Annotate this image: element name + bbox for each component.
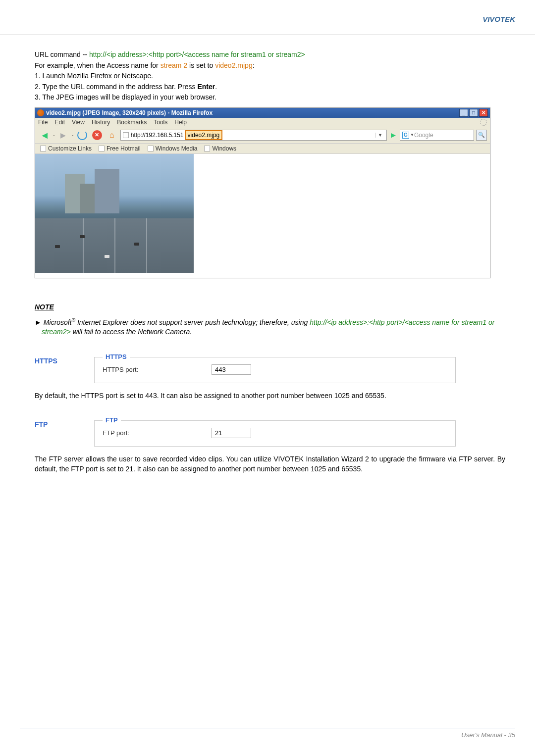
search-box[interactable]: G ▼ Google	[400, 130, 474, 141]
step3: 3. The JPEG images will be displayed in …	[35, 93, 505, 102]
bookmark-windows[interactable]: Windows	[204, 145, 236, 152]
ftp-row: FTP port:	[103, 428, 447, 438]
note-paragraph: ►Microsoft® Internet Explorer does not s…	[35, 317, 505, 337]
road	[35, 218, 194, 273]
home-button[interactable]: ⌂	[106, 129, 118, 141]
https-port-label: HTTPS port:	[103, 366, 212, 373]
titlebar: video2.mjpg (JPEG Image, 320x240 pixels)…	[35, 108, 490, 118]
menu-history[interactable]: History	[92, 119, 110, 126]
https-legend: HTTPS	[103, 353, 130, 360]
bookmark-winmedia[interactable]: Windows Media	[148, 145, 198, 152]
buildings	[65, 164, 124, 213]
step2c: .	[215, 83, 217, 91]
back-button[interactable]: ◀	[38, 129, 51, 141]
reload-icon	[77, 130, 87, 140]
page-footer: User's Manual - 35	[0, 728, 535, 739]
note-suffix: will fail to access the Network Camera.	[71, 328, 192, 336]
reload-button[interactable]	[76, 129, 89, 141]
window-title: video2.mjpg (JPEG Image, 320x240 pixels)…	[46, 109, 213, 116]
ftp-port-label: FTP port:	[103, 429, 212, 437]
step1: 1. Launch Mozilla Firefox or Netscape.	[35, 71, 505, 81]
url-command-line: URL command -- http://<ip address>:<http…	[35, 50, 505, 60]
minimize-button[interactable]: _	[459, 109, 468, 117]
menu-bookmarks[interactable]: Bookmarks	[117, 119, 147, 126]
bookmarks-toolbar: Customize Links Free Hotmail Windows Med…	[35, 144, 490, 154]
step2a: 2. Type the URL command in the address b…	[35, 83, 197, 91]
stop-icon: ✕	[92, 130, 102, 140]
example-line: For example, when the Access name for st…	[35, 61, 505, 71]
brand-text: VIVOTEK	[482, 15, 515, 23]
ftp-port-input[interactable]	[212, 428, 251, 438]
titlebar-left: video2.mjpg (JPEG Image, 320x240 pixels)…	[37, 109, 213, 116]
bookmark-icon	[204, 146, 210, 151]
stream-text: stream 2	[160, 61, 187, 69]
bookmark-customize[interactable]: Customize Links	[40, 145, 92, 152]
forward-button[interactable]: ▶	[57, 129, 70, 141]
note-prefix: Microsoft	[44, 318, 72, 326]
home-icon: ⌂	[109, 131, 114, 140]
note-mid: Internet Explorer does not support serve…	[75, 318, 310, 326]
url-text: http://192.168.5.151	[131, 132, 184, 139]
forward-icon: ▶	[60, 131, 66, 139]
search-button[interactable]: 🔍	[476, 130, 487, 141]
url-highlight: video2.mjpg	[185, 130, 223, 140]
address-bar[interactable]: http://192.168.5.151video2.mjpg ▼	[120, 130, 387, 141]
filename-text: video2.mjpg	[215, 61, 253, 69]
throbber-icon	[480, 119, 487, 126]
menu-view[interactable]: View	[72, 119, 85, 126]
menu-tools[interactable]: Tools	[154, 119, 167, 126]
nav-sep2: ·	[72, 131, 74, 139]
menubar-items: File Edit View History Bookmarks Tools H…	[38, 119, 187, 126]
ftp-config-box: FTP FTP port:	[94, 420, 456, 447]
page-content: URL command -- http://<ip address>:<http…	[0, 35, 535, 474]
https-config-box: HTTPS HTTPS port:	[94, 357, 456, 383]
menu-edit[interactable]: Edit	[54, 119, 65, 126]
google-icon: G	[402, 132, 409, 139]
go-button[interactable]: ▶	[389, 131, 398, 139]
bookmark-icon	[148, 146, 154, 151]
bookmark-icon	[99, 146, 105, 151]
step2: 2. Type the URL command in the address b…	[35, 82, 505, 92]
close-button[interactable]: ✕	[479, 109, 488, 117]
search-placeholder: Google	[414, 132, 472, 139]
maximize-button[interactable]: □	[469, 109, 478, 117]
https-row: HTTPS port:	[103, 364, 447, 375]
step2b: Enter	[197, 83, 215, 91]
nav-sep: ·	[53, 131, 55, 139]
window-buttons: _ □ ✕	[459, 109, 488, 117]
stop-button[interactable]: ✕	[91, 129, 104, 141]
browser-viewport	[35, 154, 490, 278]
firefox-icon	[37, 109, 44, 116]
addr-dropdown-icon[interactable]: ▼	[375, 133, 384, 138]
note-arrow: ►	[35, 318, 42, 326]
video-stream-image	[35, 154, 194, 273]
https-desc: By default, the HTTPS port is set to 443…	[35, 391, 505, 401]
search-dropdown-icon[interactable]: ▼	[410, 133, 414, 137]
page-icon	[123, 132, 129, 138]
menu-help[interactable]: Help	[174, 119, 187, 126]
note-heading: NOTE	[35, 303, 505, 311]
example-suffix: :	[253, 61, 255, 69]
footer-text: User's Manual - 35	[20, 728, 515, 739]
ftp-desc: The FTP server allows the user to save r…	[35, 454, 505, 474]
url-cmd: http://<ip address>:<http port>/<access …	[89, 50, 305, 58]
example-prefix: For example, when the Access name for	[35, 61, 160, 69]
back-icon: ◀	[42, 131, 48, 139]
firefox-window: video2.mjpg (JPEG Image, 320x240 pixels)…	[35, 107, 490, 278]
ftp-legend: FTP	[103, 416, 121, 424]
menubar: File Edit View History Bookmarks Tools H…	[35, 118, 490, 127]
bookmark-hotmail[interactable]: Free Hotmail	[99, 145, 141, 152]
url-cmd-prefix: URL command --	[35, 50, 89, 58]
reg-mark: ®	[72, 317, 75, 323]
page-header: VIVOTEK	[0, 0, 535, 35]
example-mid: is set to	[187, 61, 215, 69]
menu-file[interactable]: File	[38, 119, 48, 126]
bookmark-icon	[40, 146, 46, 151]
https-port-input[interactable]	[212, 364, 251, 375]
navigation-toolbar: ◀ · ▶ · ✕ ⌂ http://192.168.5.151video2.m…	[35, 127, 490, 144]
